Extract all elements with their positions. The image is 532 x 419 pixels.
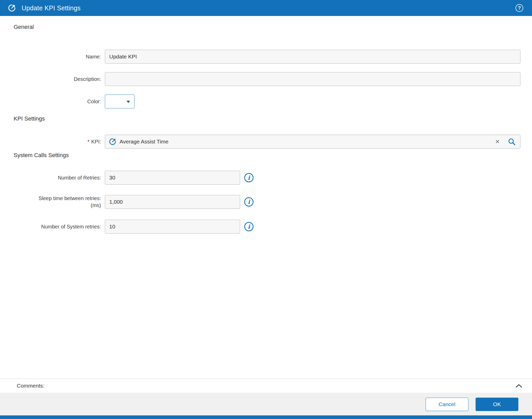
sleep-label: Sleep time between retries: (ms) [0, 195, 101, 209]
dialog-title: Update KPI Settings [22, 4, 81, 12]
retries-row: Number of Retries: i [0, 171, 532, 185]
kpi-gauge-icon [109, 138, 116, 146]
name-label: Name: [0, 50, 101, 64]
kpi-picker[interactable]: Average Assist Time × [105, 135, 520, 149]
name-input[interactable] [105, 50, 520, 64]
info-icon[interactable]: i [244, 173, 254, 182]
color-label: Color: [0, 95, 101, 108]
sleep-input[interactable] [105, 195, 240, 209]
retries-input[interactable] [105, 171, 240, 185]
system-retries-input[interactable] [105, 220, 240, 234]
chevron-up-icon[interactable] [516, 384, 522, 388]
footer: Cancel OK [0, 393, 532, 415]
system-retries-row: Number of System retries: i [0, 220, 532, 234]
general-heading: General [14, 24, 34, 30]
sleep-label-line2: (ms) [39, 202, 101, 209]
help-icon[interactable]: ? [516, 4, 523, 12]
kpi-label-text: KPI: [91, 139, 101, 145]
color-dropdown[interactable] [105, 95, 134, 108]
kpi-row: * KPI: Average Assist Time × [0, 135, 532, 149]
retries-label: Number of Retries: [0, 171, 101, 185]
required-marker: * [87, 139, 89, 145]
comments-panel-header[interactable]: Comments: [0, 379, 532, 393]
info-icon[interactable]: i [244, 222, 254, 231]
cancel-button[interactable]: Cancel [426, 398, 468, 411]
color-row: Color: [0, 95, 532, 108]
name-row: Name: [0, 50, 532, 64]
system-retries-label: Number of System retries: [0, 220, 101, 234]
system-calls-heading: System Calls Settings [14, 152, 69, 159]
kpi-selected-value: Average Assist Time [120, 139, 168, 145]
titlebar: Update KPI Settings ? [0, 0, 532, 16]
info-icon[interactable]: i [244, 197, 254, 207]
chevron-down-icon [126, 101, 130, 103]
description-row: Description: [0, 72, 532, 86]
clear-icon[interactable]: × [495, 138, 500, 145]
search-icon[interactable] [508, 138, 516, 146]
ok-button[interactable]: OK [476, 398, 518, 411]
bottom-accent-strip [0, 415, 532, 419]
kpi-settings-heading: KPI Settings [14, 115, 45, 122]
kpi-gauge-icon [8, 4, 16, 12]
kpi-label: * KPI: [0, 135, 101, 149]
sleep-row: Sleep time between retries: (ms) i [0, 195, 532, 209]
description-label: Description: [0, 72, 101, 86]
comments-label: Comments: [17, 383, 44, 389]
sleep-label-line1: Sleep time between retries: [39, 195, 101, 202]
description-input[interactable] [105, 72, 520, 86]
